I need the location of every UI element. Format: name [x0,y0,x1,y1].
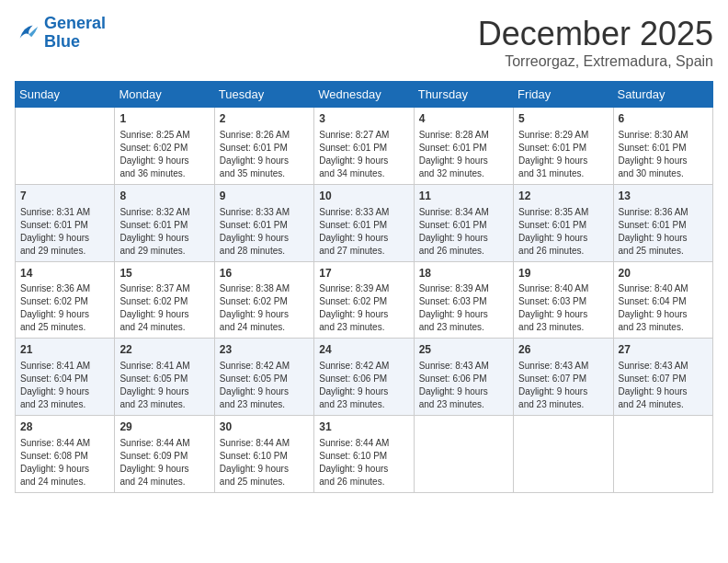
day-number: 28 [20,419,109,435]
day-header-saturday: Saturday [613,82,712,108]
day-info: Sunrise: 8:29 AM Sunset: 6:01 PM Dayligh… [518,129,608,180]
day-info: Sunrise: 8:33 AM Sunset: 6:01 PM Dayligh… [319,206,408,258]
day-info: Sunrise: 8:34 AM Sunset: 6:01 PM Dayligh… [419,206,508,258]
day-number: 23 [220,342,309,358]
day-header-tuesday: Tuesday [214,82,313,108]
day-info: Sunrise: 8:40 AM Sunset: 6:03 PM Dayligh… [518,282,608,334]
calendar-week-row: 1Sunrise: 8:25 AM Sunset: 6:02 PM Daylig… [16,108,713,185]
day-number: 22 [119,342,209,358]
calendar-cell: 5Sunrise: 8:29 AM Sunset: 6:01 PM Daylig… [514,108,613,185]
day-number: 11 [419,189,508,204]
logo-text-blue: Blue [44,33,106,52]
calendar-cell: 12Sunrise: 8:35 AM Sunset: 6:01 PM Dayli… [514,184,613,261]
calendar-cell: 30Sunrise: 8:44 AM Sunset: 6:10 PM Dayli… [214,416,313,493]
day-number: 25 [419,342,508,358]
calendar-cell: 4Sunrise: 8:28 AM Sunset: 6:01 PM Daylig… [414,108,513,185]
day-number: 21 [20,342,109,358]
day-info: Sunrise: 8:40 AM Sunset: 6:04 PM Dayligh… [619,282,708,334]
day-number: 9 [220,189,309,204]
page-header: General Blue December 2025 Torreorgaz, E… [15,15,713,70]
day-info: Sunrise: 8:41 AM Sunset: 6:05 PM Dayligh… [119,360,209,411]
logo-text: General [44,15,106,33]
day-header-monday: Monday [115,82,214,108]
day-header-wednesday: Wednesday [314,82,414,108]
day-info: Sunrise: 8:26 AM Sunset: 6:01 PM Dayligh… [220,129,309,180]
day-info: Sunrise: 8:44 AM Sunset: 6:10 PM Dayligh… [220,437,309,488]
calendar-cell: 10Sunrise: 8:33 AM Sunset: 6:01 PM Dayli… [314,184,414,261]
day-number: 14 [20,266,109,282]
day-number: 2 [220,111,309,127]
day-info: Sunrise: 8:28 AM Sunset: 6:01 PM Dayligh… [419,129,508,180]
calendar-cell: 29Sunrise: 8:44 AM Sunset: 6:09 PM Dayli… [115,416,214,493]
day-info: Sunrise: 8:42 AM Sunset: 6:06 PM Dayligh… [319,360,408,411]
calendar-header-row: SundayMondayTuesdayWednesdayThursdayFrid… [16,82,713,108]
calendar-cell: 31Sunrise: 8:44 AM Sunset: 6:10 PM Dayli… [314,416,414,493]
day-info: Sunrise: 8:37 AM Sunset: 6:02 PM Dayligh… [119,282,209,334]
day-number: 12 [518,189,608,204]
logo-bird-icon [15,20,40,46]
calendar-cell: 23Sunrise: 8:42 AM Sunset: 6:05 PM Dayli… [214,339,313,416]
day-number: 4 [419,111,508,127]
day-info: Sunrise: 8:27 AM Sunset: 6:01 PM Dayligh… [319,129,408,180]
day-info: Sunrise: 8:43 AM Sunset: 6:06 PM Dayligh… [419,360,508,411]
day-info: Sunrise: 8:25 AM Sunset: 6:02 PM Dayligh… [119,129,209,180]
day-number: 3 [319,111,408,127]
day-info: Sunrise: 8:35 AM Sunset: 6:01 PM Dayligh… [518,206,608,258]
location: Torreorgaz, Extremadura, Spain [478,53,713,70]
day-number: 17 [319,266,408,282]
day-info: Sunrise: 8:44 AM Sunset: 6:09 PM Dayligh… [119,437,209,488]
day-number: 29 [119,419,209,435]
day-number: 13 [619,189,708,204]
day-header-sunday: Sunday [16,82,115,108]
day-info: Sunrise: 8:39 AM Sunset: 6:02 PM Dayligh… [319,282,408,334]
calendar-cell: 25Sunrise: 8:43 AM Sunset: 6:06 PM Dayli… [414,339,513,416]
day-number: 5 [518,111,608,127]
calendar-cell: 18Sunrise: 8:39 AM Sunset: 6:03 PM Dayli… [414,261,513,339]
day-number: 6 [619,111,708,127]
calendar-cell: 13Sunrise: 8:36 AM Sunset: 6:01 PM Dayli… [613,184,712,261]
calendar-cell: 15Sunrise: 8:37 AM Sunset: 6:02 PM Dayli… [115,261,214,339]
day-number: 20 [619,266,708,282]
day-number: 24 [319,342,408,358]
calendar-cell [514,416,613,493]
day-number: 18 [419,266,508,282]
day-number: 27 [619,342,708,358]
day-number: 15 [119,266,209,282]
day-info: Sunrise: 8:42 AM Sunset: 6:05 PM Dayligh… [220,360,309,411]
calendar-week-row: 21Sunrise: 8:41 AM Sunset: 6:04 PM Dayli… [16,339,713,416]
calendar-cell: 2Sunrise: 8:26 AM Sunset: 6:01 PM Daylig… [214,108,313,185]
calendar-cell: 14Sunrise: 8:36 AM Sunset: 6:02 PM Dayli… [16,261,115,339]
month-title: December 2025 [478,15,713,53]
day-info: Sunrise: 8:30 AM Sunset: 6:01 PM Dayligh… [619,129,708,180]
title-block: December 2025 Torreorgaz, Extremadura, S… [478,15,713,70]
day-number: 8 [119,189,209,204]
calendar-table: SundayMondayTuesdayWednesdayThursdayFrid… [15,81,713,493]
calendar-cell: 26Sunrise: 8:43 AM Sunset: 6:07 PM Dayli… [514,339,613,416]
day-number: 10 [319,189,408,204]
calendar-cell: 1Sunrise: 8:25 AM Sunset: 6:02 PM Daylig… [115,108,214,185]
calendar-cell: 7Sunrise: 8:31 AM Sunset: 6:01 PM Daylig… [16,184,115,261]
day-info: Sunrise: 8:36 AM Sunset: 6:02 PM Dayligh… [20,282,109,334]
day-number: 19 [518,266,608,282]
calendar-cell: 20Sunrise: 8:40 AM Sunset: 6:04 PM Dayli… [613,261,712,339]
calendar-cell: 6Sunrise: 8:30 AM Sunset: 6:01 PM Daylig… [613,108,712,185]
day-info: Sunrise: 8:36 AM Sunset: 6:01 PM Dayligh… [619,206,708,258]
day-number: 16 [220,266,309,282]
calendar-cell: 27Sunrise: 8:43 AM Sunset: 6:07 PM Dayli… [613,339,712,416]
calendar-cell [613,416,712,493]
day-number: 26 [518,342,608,358]
calendar-cell [414,416,513,493]
day-info: Sunrise: 8:43 AM Sunset: 6:07 PM Dayligh… [619,360,708,411]
day-info: Sunrise: 8:44 AM Sunset: 6:08 PM Dayligh… [20,437,109,488]
calendar-cell: 16Sunrise: 8:38 AM Sunset: 6:02 PM Dayli… [214,261,313,339]
day-number: 30 [220,419,309,435]
day-info: Sunrise: 8:43 AM Sunset: 6:07 PM Dayligh… [518,360,608,411]
calendar-cell: 21Sunrise: 8:41 AM Sunset: 6:04 PM Dayli… [16,339,115,416]
logo: General Blue [15,15,106,52]
calendar-cell: 28Sunrise: 8:44 AM Sunset: 6:08 PM Dayli… [16,416,115,493]
calendar-week-row: 7Sunrise: 8:31 AM Sunset: 6:01 PM Daylig… [16,184,713,261]
day-info: Sunrise: 8:32 AM Sunset: 6:01 PM Dayligh… [119,206,209,258]
calendar-cell: 3Sunrise: 8:27 AM Sunset: 6:01 PM Daylig… [314,108,414,185]
day-info: Sunrise: 8:31 AM Sunset: 6:01 PM Dayligh… [20,206,109,258]
calendar-cell: 19Sunrise: 8:40 AM Sunset: 6:03 PM Dayli… [514,261,613,339]
